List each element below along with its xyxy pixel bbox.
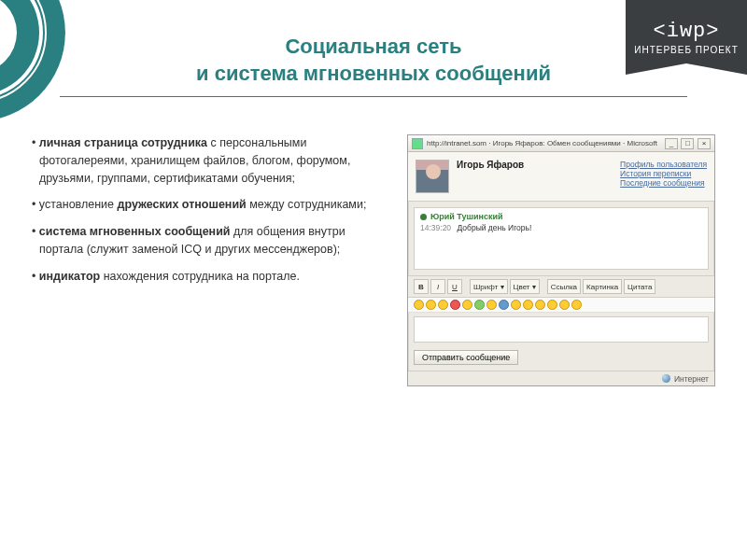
profile-link[interactable]: Профиль пользователя — [620, 160, 707, 169]
color-select[interactable]: Цвет ▾ — [510, 279, 540, 294]
presence-icon — [420, 214, 427, 220]
maximize-button[interactable]: □ — [681, 138, 694, 149]
statusbar: Интернет — [408, 371, 714, 385]
message-text: Добрый день Игорь! — [457, 223, 531, 232]
profile-links: Профиль пользователя История переписки П… — [620, 160, 707, 193]
decorative-circle — [0, 0, 65, 121]
send-button[interactable]: Отправить сообщение — [414, 350, 518, 365]
smile-icon[interactable] — [523, 300, 533, 310]
message-input[interactable] — [414, 316, 709, 343]
smile-icon[interactable] — [450, 300, 460, 310]
italic-button[interactable]: I — [430, 279, 445, 294]
history-link[interactable]: История переписки — [620, 169, 707, 178]
close-button[interactable]: × — [698, 138, 711, 149]
messenger-screenshot: http://intranet.som · Игорь Яфаров: Обме… — [407, 134, 715, 386]
smile-icon[interactable] — [474, 300, 485, 310]
profile-name: Игорь Яфаров — [457, 160, 524, 170]
smile-icon[interactable] — [438, 300, 448, 310]
smile-icon[interactable] — [511, 300, 521, 310]
bullet-list: личная страница сотрудника с персональны… — [32, 134, 388, 386]
message-list: Юрий Тушинский 14:39:20 Добрый день Игор… — [414, 207, 709, 270]
smile-icon[interactable] — [426, 300, 436, 310]
brand-badge: <iwp> ИНТЕРВЕБ ПРОЕКТ — [626, 0, 747, 75]
smile-icon[interactable] — [571, 300, 582, 310]
smile-icon[interactable] — [414, 300, 424, 310]
profile-name-block: Игорь Яфаров — [457, 160, 524, 193]
smile-icon[interactable] — [499, 300, 509, 310]
content-row: личная страница сотрудника с персональны… — [0, 134, 747, 386]
message-author: Юрий Тушинский — [420, 212, 702, 221]
smile-icon[interactable] — [462, 300, 472, 310]
profile-header: Игорь Яфаров Профиль пользователя Истори… — [408, 152, 714, 202]
quote-button[interactable]: Цитата — [624, 279, 655, 294]
underline-button[interactable]: U — [447, 279, 462, 294]
smile-icon[interactable] — [559, 300, 570, 310]
recent-link[interactable]: Последние сообщения — [620, 178, 707, 188]
list-item: личная страница сотрудника с персональны… — [32, 134, 388, 187]
avatar — [416, 160, 449, 193]
font-select[interactable]: Шрифт ▾ — [470, 279, 508, 294]
list-item: индикатор нахождения сотрудника на порта… — [32, 268, 388, 286]
favicon-icon — [412, 138, 423, 149]
bold-button[interactable]: B — [414, 279, 429, 294]
minimize-button[interactable]: _ — [665, 138, 678, 149]
editor-toolbar: B I U Шрифт ▾ Цвет ▾ Ссылка Картинка Цит… — [408, 275, 714, 298]
smile-icon[interactable] — [547, 300, 557, 310]
badge-line2: ИНТЕРВЕБ ПРОЕКТ — [634, 45, 739, 55]
message-time: 14:39:20 — [420, 223, 451, 232]
list-item: система мгновенных сообщений для общения… — [32, 223, 388, 259]
send-row: Отправить сообщение — [408, 346, 714, 371]
smile-icon[interactable] — [535, 300, 545, 310]
list-item: установление дружеских отношений между с… — [32, 196, 388, 214]
window-titlebar: http://intranet.som · Игорь Яфаров: Обме… — [408, 135, 714, 152]
status-text: Интернет — [674, 374, 709, 384]
image-button[interactable]: Картинка — [583, 279, 622, 294]
window-title: http://intranet.som · Игорь Яфаров: Обме… — [427, 139, 660, 147]
link-button[interactable]: Ссылка — [547, 279, 581, 294]
badge-line1: <iwp> — [653, 20, 719, 43]
emoji-row — [408, 298, 714, 313]
message-line: 14:39:20 Добрый день Игорь! — [420, 223, 702, 232]
title-rule — [60, 96, 687, 97]
smile-icon[interactable] — [486, 300, 497, 310]
window-buttons: _ □ × — [664, 138, 711, 149]
globe-icon — [662, 374, 670, 383]
